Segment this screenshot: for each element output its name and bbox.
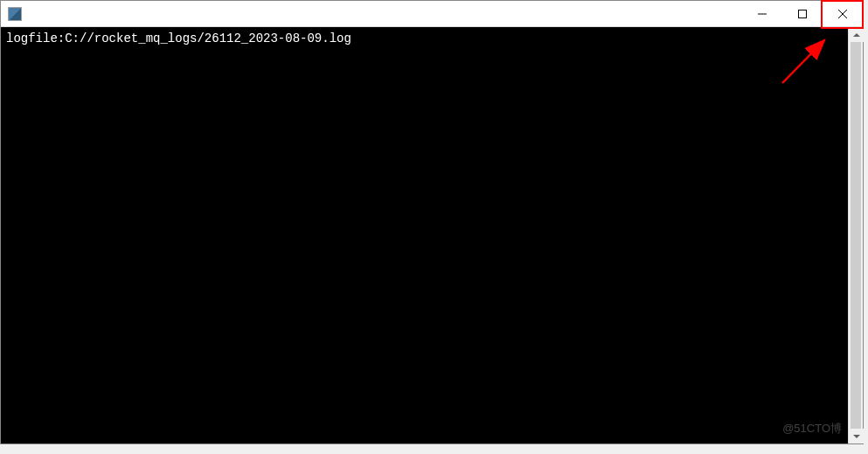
maximize-button[interactable] <box>782 1 823 27</box>
minimize-button[interactable] <box>742 1 782 27</box>
svg-marker-5 <box>853 435 860 438</box>
titlebar[interactable] <box>1 1 863 27</box>
app-icon <box>8 7 22 21</box>
scroll-track[interactable] <box>849 42 863 429</box>
console-output[interactable]: logfile:C://rocket_mq_logs/26112_2023-08… <box>1 27 848 444</box>
close-button[interactable] <box>823 1 863 27</box>
scroll-down-arrow-icon[interactable] <box>849 429 864 444</box>
console-line: logfile:C://rocket_mq_logs/26112_2023-08… <box>6 31 351 45</box>
svg-marker-4 <box>853 33 860 37</box>
console-area: logfile:C://rocket_mq_logs/26112_2023-08… <box>1 27 863 444</box>
svg-rect-1 <box>799 10 807 17</box>
scroll-thumb[interactable] <box>851 42 861 429</box>
scroll-up-arrow-icon[interactable] <box>849 27 864 42</box>
vertical-scrollbar[interactable] <box>848 27 863 444</box>
application-window: logfile:C://rocket_mq_logs/26112_2023-08… <box>0 0 864 444</box>
window-controls <box>742 1 863 27</box>
